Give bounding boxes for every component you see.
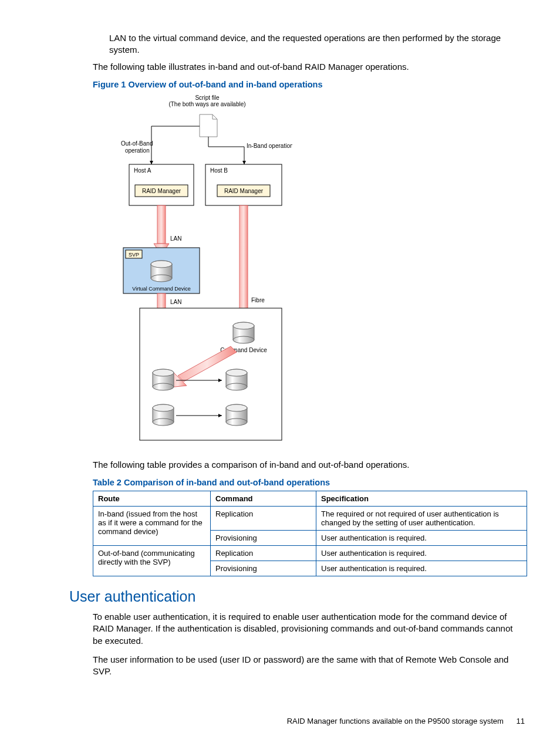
comparison-table: Route Command Specification In-band (iss…	[93, 491, 527, 576]
cylinder-br2	[226, 404, 247, 426]
paragraph-table-intro: The following table illustrates in-band …	[93, 61, 525, 73]
cylinder-bl1	[153, 369, 174, 390]
cylinder-vcd	[151, 261, 172, 282]
cylinder-bl2	[153, 404, 174, 426]
svg-point-29	[226, 369, 247, 376]
cylinder-br1	[226, 369, 247, 390]
table-row: Out-of-band (communicating directly with…	[93, 546, 527, 561]
svg-point-10	[151, 275, 172, 282]
section-heading-user-auth: User authentication	[69, 588, 525, 605]
svg-point-11	[151, 261, 172, 268]
svg-point-32	[153, 418, 174, 426]
th-command: Command	[211, 491, 316, 507]
figure-diagram: Script file (The both ways are available…	[104, 94, 525, 448]
page-number: 11	[517, 717, 525, 725]
td-spec: User authentication is required.	[316, 561, 527, 576]
label-script-file-2: (The both ways are available)	[168, 101, 245, 107]
label-lan-2: LAN	[170, 299, 181, 305]
label-vcd: Virtual Command Device	[132, 286, 190, 292]
diagram-svg: Script file (The both ways are available…	[104, 94, 292, 446]
svg-point-36	[226, 418, 247, 426]
svg-point-18	[233, 336, 254, 343]
td-cmd: Provisioning	[211, 561, 316, 576]
svg-point-24	[153, 383, 174, 390]
footer-text: RAID Manager functions available on the …	[287, 717, 504, 725]
th-route: Route	[93, 491, 211, 507]
document-icon	[200, 114, 217, 137]
th-spec: Specification	[316, 491, 527, 507]
td-outband-route: Out-of-band (communicating directly with…	[93, 546, 211, 576]
svg-point-33	[153, 404, 174, 411]
label-fibre: Fibre	[251, 297, 265, 303]
label-raid-mgr-b: RAID Manager	[224, 188, 264, 194]
svg-rect-5	[157, 205, 166, 244]
svg-point-25	[153, 369, 174, 376]
table-caption: Table 2 Comparison of in-band and out-of…	[93, 478, 525, 487]
label-inband: In-Band operation	[247, 143, 292, 149]
cylinder-cmddev	[233, 322, 254, 343]
paragraph-auth-1: To enable user authentication, it is req…	[93, 611, 525, 647]
label-outband-2: operation	[125, 147, 150, 154]
td-spec: User authentication is required.	[316, 546, 527, 561]
svg-point-19	[233, 322, 254, 329]
label-svp: SVP	[129, 252, 139, 258]
svg-point-37	[226, 404, 247, 411]
paragraph-intro-continued: LAN to the virtual command device, and t…	[109, 32, 525, 56]
td-cmd: Provisioning	[211, 531, 316, 546]
label-outband-1: Out-of-Band	[121, 140, 153, 147]
table-row: In-band (issued from the host as if it w…	[93, 507, 527, 531]
arrow-red-b	[236, 205, 251, 323]
label-raid-mgr-a: RAID Manager	[142, 188, 181, 194]
td-cmd: Replication	[211, 507, 316, 531]
table-row: Route Command Specification	[93, 491, 527, 507]
td-cmd: Replication	[211, 546, 316, 561]
label-script-file-1: Script file	[195, 94, 220, 101]
td-spec: The required or not required of user aut…	[316, 507, 527, 531]
svg-point-28	[226, 383, 247, 390]
label-host-b: Host B	[210, 167, 228, 174]
label-lan-1: LAN	[170, 235, 181, 242]
paragraph-comparison-intro: The following table provides a compariso…	[93, 459, 525, 471]
page-footer: RAID Manager functions available on the …	[287, 717, 525, 725]
td-inband-route: In-band (issued from the host as if it w…	[93, 507, 211, 546]
paragraph-auth-2: The user information to be used (user ID…	[93, 654, 525, 678]
label-host-a: Host A	[134, 167, 151, 174]
figure-caption: Figure 1 Overview of out-of-band and in-…	[93, 80, 525, 89]
svg-rect-12	[239, 205, 248, 311]
td-spec: User authentication is required.	[316, 531, 527, 546]
